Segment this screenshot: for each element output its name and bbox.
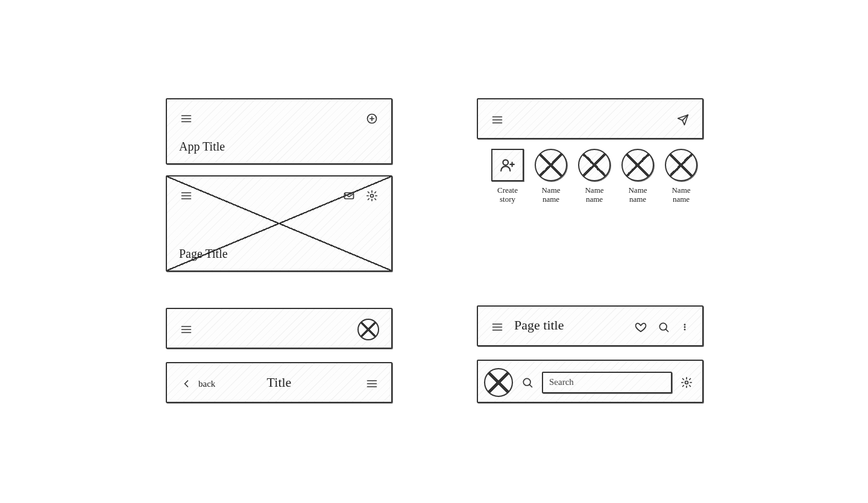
avatar (621, 149, 654, 181)
story-item[interactable]: Name name (621, 149, 654, 204)
add-user-icon (491, 149, 524, 181)
avatar[interactable] (357, 319, 379, 340)
avatar (578, 149, 611, 181)
gear-icon[interactable] (366, 190, 378, 202)
plus-circle-icon[interactable] (366, 113, 378, 125)
page-title: Page Title (179, 247, 228, 261)
avatar[interactable] (484, 368, 513, 397)
svg-point-5 (684, 324, 685, 325)
mail-icon[interactable] (343, 190, 355, 202)
avatar (535, 149, 567, 181)
chevron-left-icon[interactable] (180, 378, 192, 390)
stories-row: Create story Name name Name name Name na… (477, 149, 703, 204)
appbar-page-title-actions: Page title (477, 305, 703, 346)
appbar-back-title: back Title (166, 362, 392, 403)
svg-point-6 (684, 326, 685, 328)
menu-icon[interactable] (491, 321, 503, 333)
appbar-search: Search (477, 360, 703, 403)
svg-point-9 (685, 381, 688, 384)
menu-icon[interactable] (180, 323, 192, 336)
appbar-page-title-image: Page Title (166, 175, 392, 272)
heart-icon[interactable] (635, 321, 647, 333)
appbar-app-title: App Title (166, 98, 392, 164)
svg-rect-1 (345, 193, 354, 199)
story-label: Name name (620, 186, 656, 204)
gear-icon[interactable] (681, 376, 693, 389)
create-story-label: Create story (489, 186, 526, 204)
svg-point-3 (503, 160, 508, 165)
search-icon[interactable] (521, 376, 533, 389)
create-story[interactable]: Create story (491, 149, 524, 204)
more-vertical-icon[interactable] (681, 321, 689, 333)
story-label: Name name (576, 186, 612, 204)
back-label[interactable]: back (198, 379, 215, 389)
story-item[interactable]: Name name (535, 149, 567, 204)
search-icon[interactable] (658, 321, 670, 333)
menu-icon[interactable] (491, 114, 503, 126)
menu-icon[interactable] (180, 113, 192, 125)
menu-icon[interactable] (366, 378, 378, 390)
avatar (665, 149, 697, 181)
appbar-send (477, 98, 703, 139)
story-label: Name name (663, 186, 699, 204)
appbar-menu-avatar (166, 308, 392, 349)
search-input[interactable]: Search (542, 372, 672, 393)
page-title: Page title (514, 317, 564, 333)
center-title: Title (267, 375, 292, 390)
svg-point-7 (684, 329, 685, 330)
search-placeholder: Search (549, 377, 574, 387)
story-label: Name name (533, 186, 569, 204)
story-item[interactable]: Name name (578, 149, 611, 204)
app-title: App Title (179, 140, 225, 154)
menu-icon[interactable] (180, 190, 192, 202)
svg-point-2 (371, 195, 374, 198)
send-icon[interactable] (677, 114, 689, 126)
story-item[interactable]: Name name (665, 149, 697, 204)
